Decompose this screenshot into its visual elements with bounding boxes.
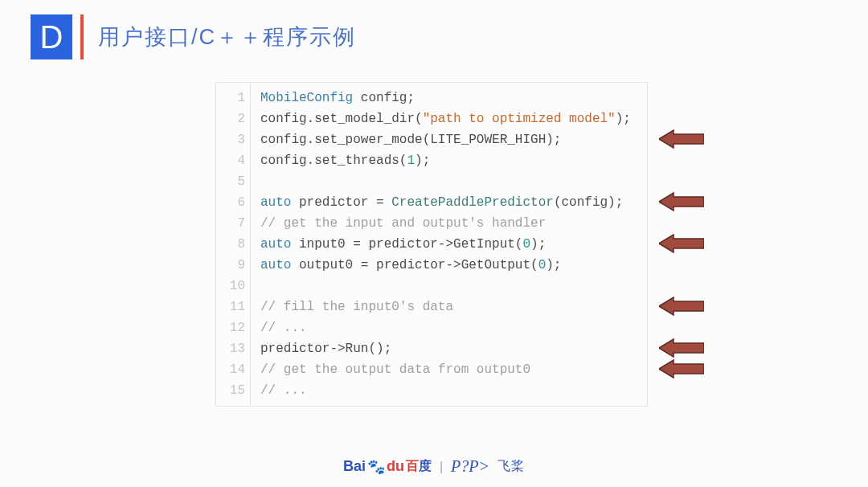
code-line bbox=[260, 276, 639, 297]
line-number: 7 bbox=[216, 213, 245, 234]
line-number: 6 bbox=[216, 192, 245, 213]
code-line: // fill the input0's data bbox=[260, 297, 639, 317]
paw-icon: 🐾 bbox=[367, 458, 385, 476]
line-number: 4 bbox=[216, 150, 245, 171]
svg-marker-0 bbox=[659, 130, 704, 148]
baidu-lat2: du bbox=[387, 458, 404, 475]
svg-marker-3 bbox=[659, 297, 704, 315]
line-number: 5 bbox=[216, 171, 245, 192]
line-number: 2 bbox=[216, 108, 245, 129]
code-body: MobileConfig config;config.set_model_dir… bbox=[251, 83, 647, 406]
code-line: auto output0 = predictor->GetOutput(0); bbox=[260, 255, 639, 276]
line-number: 13 bbox=[216, 338, 245, 359]
line-number: 14 bbox=[216, 359, 245, 380]
code-line: auto predictor = CreatePaddlePredictor(c… bbox=[260, 192, 639, 213]
section-badge: D bbox=[31, 14, 72, 59]
callout-arrow-icon bbox=[659, 359, 704, 375]
baidu-logo: Bai🐾du百度 bbox=[343, 458, 432, 476]
slide-title: 用户接口/C＋＋程序示例 bbox=[98, 23, 356, 51]
code-line: auto input0 = predictor->GetInput(0); bbox=[260, 234, 639, 255]
callout-arrow-icon bbox=[659, 129, 704, 145]
baidu-lat1: Bai bbox=[343, 458, 366, 475]
slide-header: D 用户接口/C＋＋程序示例 bbox=[31, 14, 356, 59]
line-number: 10 bbox=[216, 276, 245, 297]
callout-arrow-icon bbox=[659, 192, 704, 208]
footer-logos: Bai🐾du百度 | P?P> 飞桨 bbox=[343, 457, 525, 476]
code-line: // get the input and output's handler bbox=[260, 213, 639, 234]
svg-marker-4 bbox=[659, 339, 704, 357]
code-line: config.set_threads(1); bbox=[260, 150, 639, 171]
baidu-cn1: 百 bbox=[406, 458, 419, 475]
code-line: // get the output data from output0 bbox=[260, 359, 639, 380]
paddle-logo: P?P> bbox=[451, 457, 489, 476]
line-number: 11 bbox=[216, 297, 245, 317]
code-line bbox=[260, 171, 639, 192]
callout-arrow-icon bbox=[659, 234, 704, 250]
code-block: 123456789101112131415 MobileConfig confi… bbox=[215, 82, 648, 407]
code-line: config.set_power_mode(LITE_POWER_HIGH); bbox=[260, 129, 639, 150]
line-number: 8 bbox=[216, 234, 245, 255]
line-number: 12 bbox=[216, 317, 245, 338]
baidu-cn2: 度 bbox=[419, 458, 432, 475]
svg-marker-5 bbox=[659, 360, 704, 378]
callout-arrow-icon bbox=[659, 297, 704, 313]
line-number: 9 bbox=[216, 255, 245, 276]
line-number: 1 bbox=[216, 88, 245, 108]
svg-marker-2 bbox=[659, 235, 704, 252]
accent-bar bbox=[80, 14, 84, 59]
line-number: 3 bbox=[216, 129, 245, 150]
code-line: config.set_model_dir("path to optimized … bbox=[260, 108, 639, 129]
code-line: // ... bbox=[260, 317, 639, 338]
line-number: 15 bbox=[216, 380, 245, 401]
separator-icon: | bbox=[440, 460, 443, 474]
callout-arrow-icon bbox=[659, 338, 704, 354]
feijiang-text: 飞桨 bbox=[497, 458, 525, 475]
code-line: MobileConfig config; bbox=[260, 88, 639, 108]
svg-marker-1 bbox=[659, 193, 704, 211]
code-line: // ... bbox=[260, 380, 639, 401]
code-gutter: 123456789101112131415 bbox=[216, 83, 251, 406]
code-line: predictor->Run(); bbox=[260, 338, 639, 359]
